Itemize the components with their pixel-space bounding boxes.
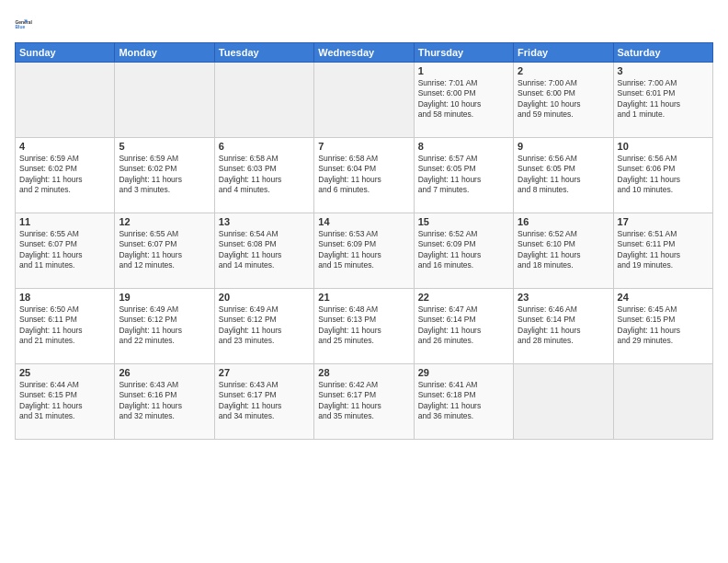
day-number: 12: [119, 216, 210, 227]
calendar-cell: 5Sunrise: 6:59 AM Sunset: 6:02 PM Daylig…: [115, 138, 214, 213]
day-number: 1: [418, 65, 509, 76]
day-info: Sunrise: 6:52 AM Sunset: 6:09 PM Dayligh…: [418, 229, 509, 271]
day-number: 20: [219, 292, 310, 303]
logo-icon: General Blue: [15, 11, 40, 37]
calendar-cell: 25Sunrise: 6:44 AM Sunset: 6:15 PM Dayli…: [16, 364, 115, 440]
calendar-cell: 14Sunrise: 6:53 AM Sunset: 6:09 PM Dayli…: [314, 213, 414, 289]
calendar-cell: [214, 63, 313, 138]
day-info: Sunrise: 6:53 AM Sunset: 6:09 PM Dayligh…: [318, 229, 409, 271]
day-info: Sunrise: 6:58 AM Sunset: 6:03 PM Dayligh…: [219, 154, 310, 196]
calendar-cell: 21Sunrise: 6:48 AM Sunset: 6:13 PM Dayli…: [314, 289, 414, 364]
day-number: 6: [219, 141, 310, 152]
day-number: 11: [19, 216, 110, 227]
day-number: 13: [219, 216, 310, 227]
day-info: Sunrise: 6:56 AM Sunset: 6:05 PM Dayligh…: [518, 154, 609, 196]
calendar-week-row: 1Sunrise: 7:01 AM Sunset: 6:00 PM Daylig…: [16, 63, 713, 138]
day-info: Sunrise: 6:54 AM Sunset: 6:08 PM Dayligh…: [219, 229, 310, 271]
calendar-cell: 20Sunrise: 6:49 AM Sunset: 6:12 PM Dayli…: [214, 289, 313, 364]
calendar-cell: 18Sunrise: 6:50 AM Sunset: 6:11 PM Dayli…: [16, 289, 115, 364]
weekday-header: Thursday: [414, 43, 513, 63]
calendar-cell: [16, 63, 115, 138]
calendar-cell: 3Sunrise: 7:00 AM Sunset: 6:01 PM Daylig…: [613, 63, 712, 138]
day-info: Sunrise: 6:48 AM Sunset: 6:13 PM Dayligh…: [318, 304, 409, 347]
weekday-header: Sunday: [16, 43, 115, 63]
day-info: Sunrise: 6:55 AM Sunset: 6:07 PM Dayligh…: [119, 229, 210, 271]
page: General Blue SundayMondayTuesdayWednesda…: [0, 0, 728, 563]
calendar-week-row: 18Sunrise: 6:50 AM Sunset: 6:11 PM Dayli…: [16, 289, 713, 364]
day-number: 17: [618, 216, 709, 227]
day-number: 3: [618, 65, 709, 76]
calendar-cell: 13Sunrise: 6:54 AM Sunset: 6:08 PM Dayli…: [214, 213, 313, 289]
svg-text:Blue: Blue: [15, 25, 25, 29]
calendar-cell: [115, 63, 214, 138]
day-number: 24: [618, 292, 709, 303]
calendar-header-row: SundayMondayTuesdayWednesdayThursdayFrid…: [16, 43, 713, 63]
day-number: 15: [418, 216, 509, 227]
calendar-cell: 28Sunrise: 6:42 AM Sunset: 6:17 PM Dayli…: [314, 364, 414, 440]
day-info: Sunrise: 6:47 AM Sunset: 6:14 PM Dayligh…: [418, 304, 509, 347]
calendar-cell: [613, 364, 712, 440]
day-info: Sunrise: 6:45 AM Sunset: 6:15 PM Dayligh…: [618, 304, 709, 347]
day-info: Sunrise: 6:49 AM Sunset: 6:12 PM Dayligh…: [219, 304, 310, 347]
weekday-header: Wednesday: [314, 43, 414, 63]
day-number: 7: [318, 141, 409, 152]
day-number: 28: [318, 367, 409, 378]
day-number: 9: [518, 141, 609, 152]
day-info: Sunrise: 7:01 AM Sunset: 6:00 PM Dayligh…: [418, 78, 509, 121]
weekday-header: Monday: [115, 43, 214, 63]
day-info: Sunrise: 6:41 AM Sunset: 6:18 PM Dayligh…: [418, 380, 509, 422]
calendar-cell: 1Sunrise: 7:01 AM Sunset: 6:00 PM Daylig…: [414, 63, 513, 138]
day-number: 23: [518, 292, 609, 303]
day-info: Sunrise: 6:44 AM Sunset: 6:15 PM Dayligh…: [19, 380, 110, 422]
calendar-cell: 24Sunrise: 6:45 AM Sunset: 6:15 PM Dayli…: [613, 289, 712, 364]
day-number: 16: [518, 216, 609, 227]
calendar-cell: 7Sunrise: 6:58 AM Sunset: 6:04 PM Daylig…: [314, 138, 414, 213]
header: General Blue: [15, 11, 713, 37]
day-number: 2: [518, 65, 609, 76]
calendar-table: SundayMondayTuesdayWednesdayThursdayFrid…: [15, 42, 713, 440]
logo: General Blue: [15, 11, 40, 37]
calendar-cell: 16Sunrise: 6:52 AM Sunset: 6:10 PM Dayli…: [514, 213, 613, 289]
weekday-header: Friday: [514, 43, 613, 63]
calendar-cell: 26Sunrise: 6:43 AM Sunset: 6:16 PM Dayli…: [115, 364, 214, 440]
weekday-header: Tuesday: [214, 43, 313, 63]
day-info: Sunrise: 7:00 AM Sunset: 6:01 PM Dayligh…: [618, 78, 709, 121]
calendar-cell: 11Sunrise: 6:55 AM Sunset: 6:07 PM Dayli…: [16, 213, 115, 289]
calendar-week-row: 25Sunrise: 6:44 AM Sunset: 6:15 PM Dayli…: [16, 364, 713, 440]
day-number: 26: [119, 367, 210, 378]
day-info: Sunrise: 6:55 AM Sunset: 6:07 PM Dayligh…: [19, 229, 110, 271]
day-number: 18: [19, 292, 110, 303]
day-info: Sunrise: 6:42 AM Sunset: 6:17 PM Dayligh…: [318, 380, 409, 422]
day-number: 19: [119, 292, 210, 303]
calendar-cell: 12Sunrise: 6:55 AM Sunset: 6:07 PM Dayli…: [115, 213, 214, 289]
calendar-cell: 4Sunrise: 6:59 AM Sunset: 6:02 PM Daylig…: [16, 138, 115, 213]
day-info: Sunrise: 6:58 AM Sunset: 6:04 PM Dayligh…: [318, 154, 409, 196]
day-info: Sunrise: 6:46 AM Sunset: 6:14 PM Dayligh…: [518, 304, 609, 347]
day-number: 27: [219, 367, 310, 378]
calendar-cell: 2Sunrise: 7:00 AM Sunset: 6:00 PM Daylig…: [514, 63, 613, 138]
day-info: Sunrise: 7:00 AM Sunset: 6:00 PM Dayligh…: [518, 78, 609, 121]
weekday-header: Saturday: [613, 43, 712, 63]
day-number: 5: [119, 141, 210, 152]
day-number: 14: [318, 216, 409, 227]
calendar-cell: 29Sunrise: 6:41 AM Sunset: 6:18 PM Dayli…: [414, 364, 513, 440]
calendar-cell: 8Sunrise: 6:57 AM Sunset: 6:05 PM Daylig…: [414, 138, 513, 213]
calendar-cell: 17Sunrise: 6:51 AM Sunset: 6:11 PM Dayli…: [613, 213, 712, 289]
calendar-cell: 15Sunrise: 6:52 AM Sunset: 6:09 PM Dayli…: [414, 213, 513, 289]
calendar-cell: 22Sunrise: 6:47 AM Sunset: 6:14 PM Dayli…: [414, 289, 513, 364]
day-info: Sunrise: 6:43 AM Sunset: 6:16 PM Dayligh…: [119, 380, 210, 422]
calendar-cell: 10Sunrise: 6:56 AM Sunset: 6:06 PM Dayli…: [613, 138, 712, 213]
day-info: Sunrise: 6:50 AM Sunset: 6:11 PM Dayligh…: [19, 304, 110, 347]
calendar-cell: 6Sunrise: 6:58 AM Sunset: 6:03 PM Daylig…: [214, 138, 313, 213]
calendar-cell: 23Sunrise: 6:46 AM Sunset: 6:14 PM Dayli…: [514, 289, 613, 364]
day-number: 10: [618, 141, 709, 152]
day-info: Sunrise: 6:59 AM Sunset: 6:02 PM Dayligh…: [19, 154, 110, 196]
calendar-cell: [314, 63, 414, 138]
calendar-cell: 27Sunrise: 6:43 AM Sunset: 6:17 PM Dayli…: [214, 364, 313, 440]
day-number: 21: [318, 292, 409, 303]
calendar-week-row: 4Sunrise: 6:59 AM Sunset: 6:02 PM Daylig…: [16, 138, 713, 213]
day-info: Sunrise: 6:52 AM Sunset: 6:10 PM Dayligh…: [518, 229, 609, 271]
calendar-cell: 9Sunrise: 6:56 AM Sunset: 6:05 PM Daylig…: [514, 138, 613, 213]
day-number: 29: [418, 367, 509, 378]
calendar-week-row: 11Sunrise: 6:55 AM Sunset: 6:07 PM Dayli…: [16, 213, 713, 289]
